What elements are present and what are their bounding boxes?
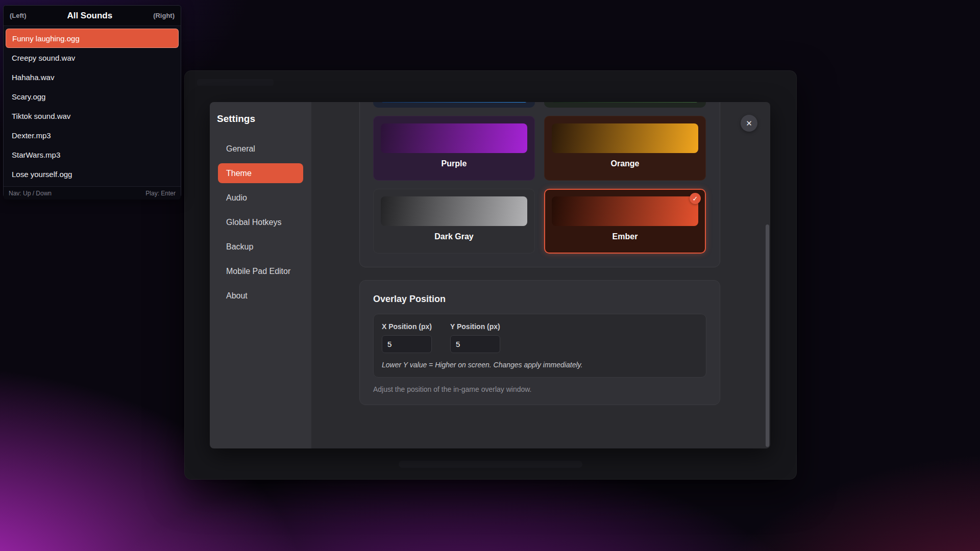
- sound-list-item[interactable]: Funny laughing.ogg: [6, 29, 179, 48]
- settings-sidebar: Settings General Theme Audio Global Hotk…: [210, 102, 311, 448]
- nav-hint-text: Nav: Up / Down: [9, 190, 52, 197]
- sound-list-panel: (Left) All Sounds (Right) Funny laughing…: [3, 5, 181, 197]
- theme-grid: Purple Orange Dark Gray ✓: [373, 116, 706, 254]
- nav-item-about[interactable]: About: [218, 286, 303, 306]
- settings-title: Settings: [210, 113, 311, 124]
- theme-card-purple[interactable]: Purple: [373, 116, 535, 181]
- settings-content: ✕ Purple: [311, 102, 770, 448]
- y-position-label: Y Position (px): [450, 322, 500, 331]
- theme-row-partial: [373, 102, 706, 116]
- dimmed-app-content: [197, 79, 274, 86]
- nav-item-global-hotkeys[interactable]: Global Hotkeys: [218, 212, 303, 232]
- settings-modal: Settings General Theme Audio Global Hotk…: [210, 102, 770, 448]
- overlay-section-caption: Adjust the position of the in-game overl…: [373, 385, 706, 393]
- sound-list-item[interactable]: Tiktok sound.wav: [6, 106, 179, 126]
- overlay-position-title: Overlay Position: [373, 294, 706, 305]
- sound-list: Funny laughing.ogg Creepy sound.wav Haha…: [4, 26, 181, 186]
- sound-panel-footer: Nav: Up / Down Play: Enter: [4, 186, 181, 199]
- theme-swatch: [551, 102, 699, 103]
- left-arrow-hint: (Left): [10, 12, 27, 19]
- theme-card-label: Orange: [610, 159, 639, 168]
- nav-item-audio[interactable]: Audio: [218, 188, 303, 208]
- theme-swatch: [552, 196, 698, 226]
- theme-selection-section: Purple Orange Dark Gray ✓: [359, 102, 720, 267]
- nav-item-mobile-pad-editor[interactable]: Mobile Pad Editor: [218, 261, 303, 281]
- theme-card-partial[interactable]: [373, 102, 535, 108]
- y-position-field: Y Position (px): [450, 322, 500, 353]
- theme-card-ember-selected[interactable]: ✓ Ember: [544, 189, 706, 254]
- theme-swatch: [380, 102, 528, 103]
- x-position-field: X Position (px): [382, 322, 432, 353]
- theme-swatch: [381, 123, 527, 153]
- right-arrow-hint: (Right): [153, 12, 175, 19]
- close-icon: ✕: [746, 119, 752, 128]
- theme-card-label: Dark Gray: [434, 232, 474, 241]
- sound-list-item[interactable]: Lose yourself.ogg: [6, 164, 179, 184]
- content-scrollbar[interactable]: [766, 224, 769, 447]
- sound-list-item[interactable]: StarWars.mp3: [6, 145, 179, 164]
- theme-card-orange[interactable]: Orange: [544, 116, 706, 181]
- overlay-position-form: X Position (px) Y Position (px) Lower Y …: [373, 314, 706, 378]
- play-hint-text: Play: Enter: [145, 190, 176, 197]
- sound-list-item[interactable]: Scary.ogg: [6, 87, 179, 106]
- selected-check-badge: ✓: [690, 193, 701, 204]
- nav-item-theme[interactable]: Theme: [218, 163, 303, 183]
- theme-card-label: Purple: [442, 159, 467, 168]
- theme-swatch: [381, 196, 527, 226]
- nav-item-general[interactable]: General: [218, 139, 303, 159]
- desktop-wallpaper: (Left) All Sounds (Right) Funny laughing…: [0, 0, 980, 551]
- theme-card-dark-gray[interactable]: Dark Gray: [373, 189, 535, 254]
- theme-swatch: [552, 123, 698, 153]
- position-fields: X Position (px) Y Position (px): [382, 322, 698, 353]
- nav-item-backup[interactable]: Backup: [218, 237, 303, 257]
- close-button[interactable]: ✕: [741, 115, 757, 132]
- y-position-input[interactable]: [450, 335, 500, 353]
- x-position-label: X Position (px): [382, 322, 432, 331]
- sound-list-item[interactable]: Hahaha.wav: [6, 67, 179, 87]
- settings-nav: General Theme Audio Global Hotkeys Backu…: [210, 139, 311, 310]
- position-note: Lower Y value = Higher on screen. Change…: [382, 361, 698, 369]
- check-icon: ✓: [693, 195, 698, 203]
- dimmed-app-content: [399, 461, 582, 468]
- theme-card-partial[interactable]: [544, 102, 706, 108]
- sound-panel-header: (Left) All Sounds (Right): [4, 6, 181, 26]
- sound-list-item[interactable]: Dexter.mp3: [6, 126, 179, 145]
- sound-list-item[interactable]: Creepy sound.wav: [6, 48, 179, 67]
- theme-card-label: Ember: [612, 232, 638, 241]
- sound-panel-title: All Sounds: [67, 11, 112, 21]
- overlay-position-section: Overlay Position X Position (px) Y Posit…: [359, 280, 720, 405]
- x-position-input[interactable]: [382, 335, 432, 353]
